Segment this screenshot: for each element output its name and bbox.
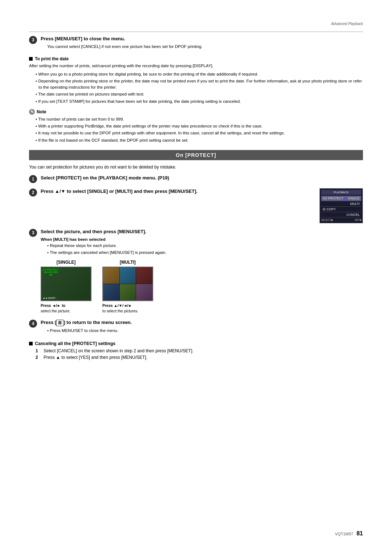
protect-header: Oп [PROTECT] (29, 150, 363, 160)
note-title: ✎ Note (29, 109, 363, 115)
camera-row-protect[interactable]: Oп PROTECT SINGLE (321, 196, 361, 201)
note-bullet-4: If the file is not based on the DCF stan… (36, 137, 363, 143)
lcd-single-bottom-left: ◄◄ ANOP... (42, 297, 57, 299)
protect-step1-text: Select [PROTECT] on the [PLAYBACK] mode … (41, 175, 363, 181)
canceling-step-2-text: Press ▲ to select [YES] and then press [… (44, 355, 147, 360)
row-multi-value: MULTI (350, 202, 360, 206)
print-date-title: To print the date (29, 56, 363, 61)
camera-screen-footer: SELECT◆ SET■ (321, 219, 361, 222)
print-date-section: To print the date After setting the numb… (29, 56, 363, 105)
protect-step2-text-block: Press ▲/▼ to select [SINGLE] or [MULTI] … (41, 188, 316, 196)
print-date-label: To print the date (35, 56, 69, 61)
camera-row-copy[interactable]: ⊟ COPY (321, 207, 361, 212)
footer-model: VQT1M97 (335, 532, 353, 536)
lcd-multi-cell-3 (136, 267, 152, 284)
step3-close-title: Press [MENU/SET] to close the menu. (41, 36, 363, 42)
multi-label: [MULTI] (102, 260, 153, 265)
camera-lcd-step2: PLAYBACK Oп PROTECT SINGLE MULTI ⊟ COPY (319, 188, 363, 223)
page-number: 81 (356, 530, 363, 536)
multi-image-block: [MULTI] Press ▲/▼/◄/► to select the pict… (102, 260, 153, 315)
step3-close-menu: 3 Press [MENU/SET] to close the menu. Yo… (29, 36, 363, 51)
lcd-multi-cell-5 (120, 284, 136, 300)
trash-icon: 面 (56, 320, 64, 326)
camera-screen-header: PLAYBACK (321, 190, 361, 195)
protect-step3-main-text: Select the picture, and then press [MENU… (41, 228, 363, 235)
protect-step3-circle: 3 (29, 229, 37, 237)
protect-step2-circle: 2 (29, 189, 37, 197)
note-label: Note (37, 109, 46, 114)
multi-caption: Press ▲/▼/◄/► to select the pictures. (102, 303, 153, 315)
canceling-step-2: 2 Press ▲ to select [YES] and then press… (36, 355, 363, 360)
note-bullet-3: It may not be possible to use the DPOF p… (36, 130, 363, 136)
canceling-step-2-num: 2 (36, 355, 41, 360)
protect-step3: 3 Select the picture, and then press [ME… (29, 228, 363, 314)
print-date-bullet-2: Depending on the photo printing store or… (36, 78, 363, 91)
protect-step1-circle: 1 (29, 175, 37, 183)
step3-images-row: [SINGLE] Oп PROTECT100-DOC/E81/6 ◄◄ ANOP… (41, 260, 363, 315)
protect-step2-screen: PLAYBACK Oп PROTECT SINGLE MULTI ⊟ COPY (319, 188, 363, 223)
single-label: [SINGLE] (41, 260, 91, 265)
lcd-single-bottom: ◄◄ ANOP... (41, 297, 91, 299)
single-image-block: [SINGLE] Oп PROTECT100-DOC/E81/6 ◄◄ ANOP… (41, 260, 91, 315)
step3-close-content: Press [MENU/SET] to close the menu. You … (41, 36, 363, 51)
protect-step2-main-text: Press ▲/▼ to select [SINGLE] or [MULTI] … (41, 188, 316, 195)
canceling-step-1-text: Select [CANCEL] on the screen shown in s… (44, 348, 193, 353)
row-protect-value: SINGLE (348, 197, 360, 200)
canceling-step-1: 1 Select [CANCEL] on the screen shown in… (36, 348, 363, 353)
lcd-multi (102, 267, 153, 301)
footer-right: SET■ (355, 219, 361, 222)
step3-circle: 3 (29, 36, 37, 44)
when-multi-title: When [MULTI] has been selected (41, 237, 363, 242)
note-section: ✎ Note The number of prints can be set f… (29, 109, 363, 143)
lcd-single: Oп PROTECT100-DOC/E81/6 ◄◄ ANOP... (41, 267, 91, 301)
lcd-multi-cell-2 (120, 267, 136, 284)
row-copy-label: ⊟ COPY (323, 207, 336, 211)
print-date-bullets: When you go to a photo printing store fo… (29, 71, 363, 105)
protect-step4-circle: 4 (29, 320, 37, 328)
protect-step1: 1 Select [PROTECT] on the [PLAYBACK] mod… (29, 175, 363, 183)
protect-step1-content: Select [PROTECT] on the [PLAYBACK] mode … (41, 175, 363, 183)
row-protect-label: Oп PROTECT (323, 197, 343, 200)
row-cancel-value: CANCEL (346, 213, 360, 216)
multi-caption-text: to select the pictures. (102, 309, 138, 313)
protect-step2: 2 Press ▲/▼ to select [SINGLE] or [MULTI… (29, 188, 363, 223)
camera-row-multi[interactable]: MULTI (321, 201, 361, 207)
protect-step4-sub: Press MENU/SET to close the menu. (47, 328, 363, 334)
lcd-multi-cell-4 (103, 284, 119, 300)
section-divider (29, 32, 363, 32)
protect-header-text: Oп [PROTECT] (176, 152, 216, 158)
print-date-bullet-3: The date cannot be printed on pictures s… (36, 91, 363, 97)
black-square-canceling (29, 342, 33, 345)
canceling-title: Canceling all the [PROTECT] settings (29, 341, 363, 346)
subtitle: Advanced Playback (331, 22, 363, 26)
protect-step4-main-text: Press [面] to return to the menu screen. (41, 319, 363, 326)
when-multi-bullet-1: Repeat these steps for each picture. (47, 243, 363, 249)
print-date-intro: After setting the number of prints, set/… (29, 63, 363, 69)
page-footer: VQT1M97 81 (335, 530, 363, 537)
protect-intro: You can set protection for pictures you … (29, 165, 363, 170)
canceling-label: Canceling all the [PROTECT] settings (35, 341, 115, 346)
lcd-multi-cell-6 (136, 284, 152, 300)
multi-caption-bold: Press ▲/▼/◄/► (102, 303, 132, 308)
camera-row-cancel[interactable]: CANCEL (321, 212, 361, 218)
lcd-single-overlay: Oп PROTECT100-DOC/E81/6 (42, 268, 59, 276)
canceling-section: Canceling all the [PROTECT] settings 1 S… (29, 341, 363, 360)
print-date-bullet-4: If you set [TEXT STAMP] for pictures tha… (36, 98, 363, 105)
protect-step3-content: Select the picture, and then press [MENU… (41, 228, 363, 314)
footer-left: SELECT◆ (321, 219, 333, 222)
note-icon: ✎ (29, 109, 35, 115)
single-caption: Press ◄/► to select the picture. (41, 303, 91, 315)
protect-step2-layout: Press ▲/▼ to select [SINGLE] or [MULTI] … (41, 188, 363, 223)
print-date-bullet-1: When you go to a photo printing store fo… (36, 71, 363, 77)
note-bullet-2: With a printer supporting PictBridge, th… (36, 123, 363, 129)
note-bullet-1: The number of prints can be set from 0 t… (36, 116, 363, 122)
protect-step2-content: Press ▲/▼ to select [SINGLE] or [MULTI] … (41, 188, 363, 223)
lcd-multi-cell-1 (103, 267, 119, 284)
when-multi-bullet-2: The settings are canceled when [MENU/SET… (47, 250, 363, 256)
canceling-step-1-num: 1 (36, 348, 41, 353)
single-caption-bold: Press ◄/► to (41, 303, 65, 308)
single-caption-text: select the picture. (41, 309, 70, 313)
page-header: Advanced Playback (29, 22, 363, 26)
protect-step4-content: Press [面] to return to the menu screen. … (41, 319, 363, 335)
step3-close-note: You cannot select [CANCEL] if not even o… (47, 44, 363, 50)
